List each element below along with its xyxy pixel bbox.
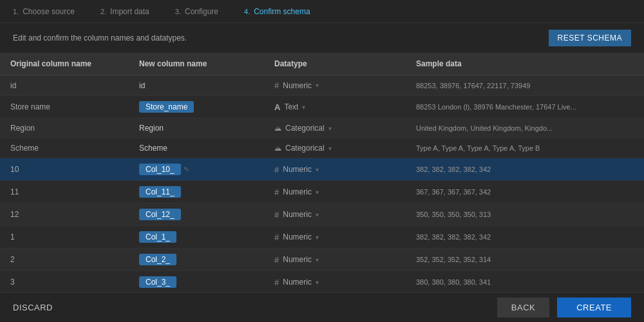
table-body: idid#Numeric▾88253, 38976, 17647, 22117,… [0, 75, 644, 293]
original-column-name: 1 [0, 226, 129, 249]
column-tag[interactable]: Col_1_ [139, 231, 176, 243]
new-column-name: Region [129, 118, 264, 138]
stepper-item: 4.Confirm schema [244, 7, 310, 16]
new-column-name[interactable]: Store_name [129, 96, 264, 118]
table-row: SchemeScheme⛰Categorical▾Type A, Type A,… [0, 138, 644, 158]
datatype-label: Numeric [283, 232, 312, 242]
sample-data: 382, 382, 382, 382, 342 [406, 158, 644, 181]
sub-header: Edit and confirm the column names and da… [0, 23, 644, 53]
column-tag[interactable]: Store_name [139, 101, 194, 113]
datatype-dropdown-arrow[interactable]: ▾ [316, 82, 319, 89]
datatype-label: Numeric [283, 165, 312, 174]
sub-header-text: Edit and confirm the column names and da… [13, 33, 187, 43]
datatype-label: Categorical [285, 144, 325, 153]
original-column-name: Store name [0, 96, 129, 118]
original-column-name: 3 [0, 271, 129, 293]
footer-right: BACK CREATE [497, 298, 631, 317]
table-row: 3Col_3_#Numeric▾380, 380, 380, 380, 341 [0, 271, 644, 293]
datatype-label: Text [284, 102, 298, 111]
column-plain-name: Scheme [139, 144, 167, 153]
datatype-dropdown-arrow[interactable]: ▾ [316, 189, 319, 196]
column-plain-name: Region [139, 124, 164, 133]
original-column-name: 10 [0, 158, 129, 181]
datatype-cell[interactable]: #Numeric▾ [264, 204, 406, 226]
edit-icon[interactable]: ✎ [184, 166, 189, 173]
datatype-cell[interactable]: ⛰Categorical▾ [264, 118, 406, 138]
datatype-dropdown-arrow[interactable]: ▾ [302, 104, 305, 111]
new-column-name: id [129, 75, 264, 96]
create-button[interactable]: CREATE [557, 298, 631, 317]
datatype-cell[interactable]: #Numeric▾ [264, 181, 406, 204]
schema-table-container: Original column nameNew column nameDatat… [0, 53, 644, 292]
reset-schema-button[interactable]: RESET SCHEMA [549, 30, 631, 46]
sample-data: Type A, Type A, Type A, Type A, Type B [406, 138, 644, 158]
table-row: idid#Numeric▾88253, 38976, 17647, 22117,… [0, 75, 644, 96]
table-row: 10Col_10_✎#Numeric▾382, 382, 382, 382, 3… [0, 158, 644, 181]
datatype-cell[interactable]: #Numeric▾ [264, 271, 406, 293]
new-column-name[interactable]: Col_3_ [129, 271, 264, 293]
datatype-cell[interactable]: AText▾ [264, 96, 406, 118]
back-button[interactable]: BACK [497, 298, 549, 317]
datatype-icon: # [274, 255, 279, 265]
table-row: 12Col_12_#Numeric▾350, 350, 350, 350, 31… [0, 204, 644, 226]
datatype-icon: # [274, 278, 279, 287]
original-column-name: 12 [0, 204, 129, 226]
datatype-icon: ⛰ [274, 144, 281, 152]
sample-data: 88253 London (l), 38976 Manchester, 1764… [406, 96, 644, 118]
datatype-dropdown-arrow[interactable]: ▾ [316, 166, 319, 173]
sample-data: United Kingdom, United Kingdom, Kingdo..… [406, 118, 644, 138]
table-row: Store nameStore_nameAText▾88253 London (… [0, 96, 644, 118]
table-row: 1Col_1_#Numeric▾382, 382, 382, 382, 342 [0, 226, 644, 249]
footer: DISCARD BACK CREATE [0, 292, 644, 322]
original-column-name: 11 [0, 181, 129, 204]
sample-data: 352, 352, 352, 352, 314 [406, 249, 644, 271]
sample-data: 88253, 38976, 17647, 22117, 73949 [406, 75, 644, 96]
original-column-name: Region [0, 118, 129, 138]
column-tag[interactable]: Col_12_ [139, 209, 181, 220]
datatype-cell[interactable]: #Numeric▾ [264, 249, 406, 271]
sample-data: 380, 380, 380, 380, 341 [406, 271, 644, 293]
datatype-dropdown-arrow[interactable]: ▾ [316, 279, 319, 286]
sample-data: 350, 350, 350, 350, 313 [406, 204, 644, 226]
column-header: New column name [129, 53, 264, 75]
column-tag[interactable]: Col_11_ [139, 186, 181, 198]
datatype-cell[interactable]: #Numeric▾ [264, 158, 406, 181]
original-column-name: 2 [0, 249, 129, 271]
stepper-item: 2.Import data [100, 7, 149, 16]
original-column-name: Scheme [0, 138, 129, 158]
table-row: RegionRegion⛰Categorical▾United Kingdom,… [0, 118, 644, 138]
content-area: Edit and confirm the column names and da… [0, 23, 644, 322]
datatype-icon: # [274, 210, 279, 220]
datatype-icon: # [274, 232, 279, 242]
new-column-name[interactable]: Col_10_✎ [129, 158, 264, 181]
datatype-dropdown-arrow[interactable]: ▾ [316, 234, 319, 241]
datatype-dropdown-arrow[interactable]: ▾ [316, 256, 319, 263]
sample-data: 367, 367, 367, 367, 342 [406, 181, 644, 204]
new-column-name[interactable]: Col_11_ [129, 181, 264, 204]
stepper: 1.Choose source2.Import data3.Configure4… [0, 0, 644, 23]
schema-table: Original column nameNew column nameDatat… [0, 53, 644, 292]
datatype-icon: A [274, 102, 280, 112]
datatype-dropdown-arrow[interactable]: ▾ [328, 145, 332, 152]
new-column-name[interactable]: Col_1_ [129, 226, 264, 249]
datatype-dropdown-arrow[interactable]: ▾ [328, 125, 332, 132]
datatype-cell[interactable]: #Numeric▾ [264, 226, 406, 249]
column-plain-name: id [139, 81, 145, 90]
datatype-icon: # [274, 187, 279, 197]
sample-data: 382, 382, 382, 382, 342 [406, 226, 644, 249]
original-column-name: id [0, 75, 129, 96]
datatype-cell[interactable]: #Numeric▾ [264, 75, 406, 96]
datatype-label: Numeric [283, 210, 312, 219]
table-row: 2Col_2_#Numeric▾352, 352, 352, 352, 314 [0, 249, 644, 271]
column-tag[interactable]: Col_3_ [139, 276, 176, 288]
column-tag[interactable]: Col_2_ [139, 254, 176, 265]
datatype-dropdown-arrow[interactable]: ▾ [316, 211, 319, 218]
new-column-name[interactable]: Col_2_ [129, 249, 264, 271]
column-tag[interactable]: Col_10_ [139, 164, 181, 175]
datatype-cell[interactable]: ⛰Categorical▾ [264, 138, 406, 158]
datatype-label: Numeric [283, 255, 312, 264]
new-column-name[interactable]: Col_12_ [129, 204, 264, 226]
datatype-icon: # [274, 165, 279, 175]
discard-button[interactable]: DISCARD [13, 303, 53, 312]
column-header: Original column name [0, 53, 129, 75]
